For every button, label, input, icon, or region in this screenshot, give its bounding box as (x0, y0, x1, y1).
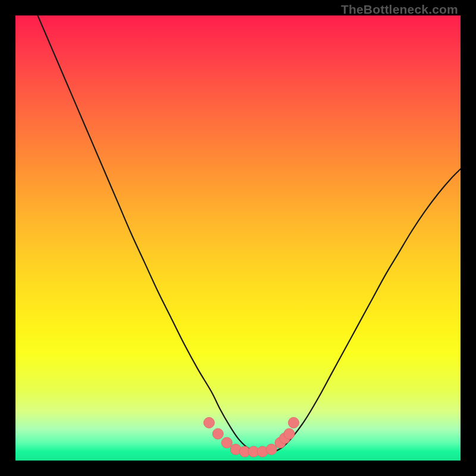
marker-dot (221, 437, 232, 448)
marker-dot (212, 428, 223, 439)
marker-dot (284, 428, 295, 439)
chart-plot-area (15, 15, 461, 461)
chart-svg (15, 15, 461, 461)
marker-dot (266, 444, 277, 455)
marker-group (203, 417, 299, 457)
marker-dot (203, 417, 214, 428)
watermark-text: TheBottleneck.com (341, 2, 458, 17)
marker-dot (289, 417, 299, 428)
bottleneck-curve (37, 15, 461, 452)
chart-frame: TheBottleneck.com (0, 0, 476, 476)
